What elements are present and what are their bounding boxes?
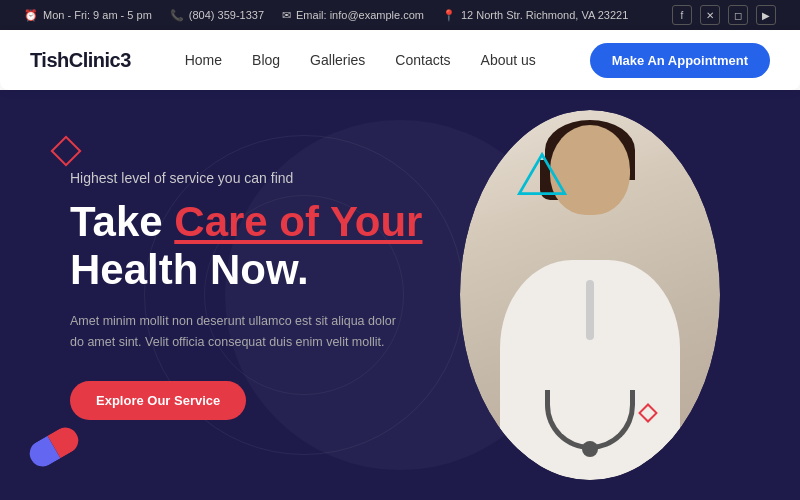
hero-content: Highest level of service you can find Ta… [0,170,422,420]
hero-title: Take Care of Your Health Now. [70,198,422,295]
phone-item: 📞 (804) 359-1337 [170,9,264,22]
hours-text: Mon - Fri: 9 am - 5 pm [43,9,152,21]
doctor-photo [460,110,720,480]
hero-title-plain: Take [70,198,174,245]
hero-section: Highest level of service you can find Ta… [0,90,800,500]
explore-button[interactable]: Explore Our Service [70,381,246,420]
doctor-body [500,260,680,480]
twitter-icon[interactable]: ✕ [700,5,720,25]
address-text: 12 North Str. Richmond, VA 23221 [461,9,628,21]
nav-about[interactable]: About us [481,52,536,68]
top-bar: ⏰ Mon - Fri: 9 am - 5 pm 📞 (804) 359-133… [0,0,800,30]
svg-marker-0 [519,155,564,194]
phone-text: (804) 359-1337 [189,9,264,21]
hours-item: ⏰ Mon - Fri: 9 am - 5 pm [24,9,152,22]
email-text: Email: info@example.com [296,9,424,21]
doctor-image [460,110,720,480]
top-bar-left: ⏰ Mon - Fri: 9 am - 5 pm 📞 (804) 359-133… [24,9,628,22]
pill-decoration [28,434,80,460]
nav-contacts[interactable]: Contacts [395,52,450,68]
hero-title-highlight: Care of Your [174,198,422,245]
logo: TishClinic3 [30,49,131,72]
appointment-button[interactable]: Make An Appointment [590,43,770,78]
envelope-icon: ✉ [282,9,291,22]
nav-galleries[interactable]: Galleries [310,52,365,68]
pin-icon: 📍 [442,9,456,22]
email-item: ✉ Email: info@example.com [282,9,424,22]
youtube-icon[interactable]: ▶ [756,5,776,25]
nav-blog[interactable]: Blog [252,52,280,68]
social-icons: f ✕ ◻ ▶ [672,5,776,25]
instagram-icon[interactable]: ◻ [728,5,748,25]
hero-title-line2: Health Now. [70,246,309,293]
triangle-decoration [515,150,570,204]
nav-home[interactable]: Home [185,52,222,68]
navbar: TishClinic3 Home Blog Galleries Contacts… [0,30,800,90]
phone-icon: 📞 [170,9,184,22]
nav-links: Home Blog Galleries Contacts About us [185,52,536,68]
clock-icon: ⏰ [24,9,38,22]
stethoscope [545,390,635,450]
hero-description: Amet minim mollit non deserunt ullamco e… [70,311,410,354]
facebook-icon[interactable]: f [672,5,692,25]
address-item: 📍 12 North Str. Richmond, VA 23221 [442,9,628,22]
hero-subtitle: Highest level of service you can find [70,170,422,186]
